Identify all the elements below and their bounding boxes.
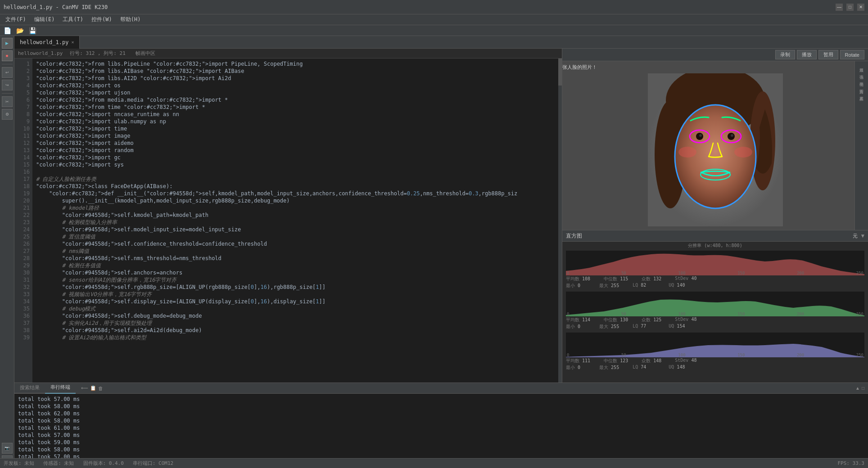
histogram-area: 直方图 元 ▼ 分辨率 (w:480, h:800) — [562, 230, 868, 382]
green-stats-row1: 平均数 114 中位数 130 众数 125 StDev 48 — [566, 317, 864, 323]
bottom-tool1[interactable]: 📷 — [2, 443, 13, 454]
main-wrapper: ▶ ■ ↩ ↪ ✂ ⚙ 📷 ✕ helloworld_1.py ✕ he — [0, 36, 868, 468]
histogram-header: 直方图 元 ▼ — [562, 230, 868, 242]
output-line: total took 59.00 ms — [18, 439, 864, 446]
row-col-info: 行号: 312 , 列号: 21 帧画中区 — [70, 50, 155, 57]
menu-edit[interactable]: 编辑(E) — [31, 15, 59, 24]
image-preview: 请将相机朝向一张人脸的照片！ — [562, 61, 868, 230]
bottom-panel: 搜索结果 串行终端 ⟵ 📋 🗑 ▲ □ total took 57.00 mst… — [14, 382, 868, 468]
editor-content[interactable]: 1234567891011121314151617181920212223242… — [14, 58, 562, 382]
svg-point-13 — [678, 147, 696, 158]
tool3[interactable]: ↩ — [2, 67, 13, 78]
pause-button[interactable]: 暂用 — [818, 50, 838, 59]
preview-label: 请将相机朝向一张人脸的照片！ — [562, 64, 715, 71]
tab-bar: helloworld_1.py ✕ — [14, 36, 868, 49]
line-numbers: 1234567891011121314151617181920212223242… — [14, 58, 32, 382]
bottom-toolbar-icons: ⟵ 📋 🗑 — [77, 385, 107, 391]
blue-chart: 0 50 100 150 200 250 — [566, 333, 864, 357]
histogram-dropdown-label: 元 — [853, 233, 858, 239]
tab-close-btn[interactable]: ✕ — [71, 40, 74, 45]
status-firmware: 固件版本: 0.4.0 — [83, 460, 124, 467]
separator — [2, 64, 13, 64]
editor-info-bar: helloworld_1.py 行号: 312 , 列号: 21 帧画中区 — [14, 49, 562, 58]
play-button[interactable]: 播放 — [797, 50, 817, 59]
bottom-float-btn[interactable]: □ — [862, 386, 864, 391]
output-line: total took 57.00 ms — [18, 432, 864, 439]
svg-point-14 — [734, 147, 752, 158]
secondary-toolbar: 📄 📂 💾 — [0, 25, 868, 36]
output-line: total took 57.00 ms — [18, 396, 864, 403]
bottom-collapse-btn[interactable]: ▲ — [855, 386, 860, 391]
green-chart: 0 50 100 150 200 250 — [566, 292, 864, 316]
svg-point-11 — [731, 134, 733, 137]
title-text: helloworld_1.py - CanMV IDE K230 — [4, 4, 108, 10]
tab-serial-terminal[interactable]: 串行终端 — [45, 382, 76, 394]
status-fps: FPS: 33.3 — [837, 460, 864, 466]
histogram-dropdown-arrow[interactable]: ▼ — [861, 233, 864, 239]
bottom-toolbar-btn3: 🗑 — [98, 386, 103, 391]
output-line: total took 61.00 ms — [18, 424, 864, 432]
filepath-label: helloworld_1.py — [18, 50, 63, 56]
close-button[interactable]: ✕ — [857, 4, 864, 11]
open-file-btn[interactable]: 📂 — [14, 25, 25, 36]
save-btn[interactable]: 💾 — [27, 25, 38, 36]
record-button[interactable]: 录制 — [775, 50, 795, 59]
histogram-title: 直方图 — [566, 232, 582, 240]
title-controls: — □ ✕ — [836, 4, 864, 11]
editor-right-split: helloworld_1.py 行号: 312 , 列号: 21 帧画中区 12… — [14, 49, 868, 382]
blue-stats-row1: 平均数 111 中位数 123 众数 148 StDev 48 — [566, 358, 864, 364]
mini-sidebar: 频道 选项 平均值 直方图 工具栏本 — [854, 61, 868, 230]
code-area[interactable]: "color:#cc7832;">from libs.PipeLine "col… — [32, 58, 558, 382]
face-image — [648, 73, 783, 226]
output-content[interactable]: total took 57.00 mstotal took 58.00 msto… — [14, 394, 868, 468]
status-sensor: 传感器: 未知 — [43, 460, 74, 467]
right-panel: 录制 播放 暂用 Rotate 请将相机朝向一张人脸的照片！ — [562, 49, 868, 382]
bottom-toolbar-btn1[interactable]: ⟵ — [81, 385, 88, 391]
scroll-thumb[interactable] — [558, 58, 562, 86]
histogram-red: 0 50 100 150 200 250 平均数 108 中位数 115 — [562, 250, 868, 289]
title-bar: helloworld_1.py - CanMV IDE K230 — □ ✕ — [0, 0, 868, 14]
action-bar: 录制 播放 暂用 Rotate — [562, 49, 868, 61]
histogram-green: 0 50 100 150 200 250 平均数 114 中位数 130 — [562, 289, 868, 330]
rotate-button[interactable]: Rotate — [840, 50, 864, 59]
tab-filename: helloworld_1.py — [20, 39, 68, 45]
editor-area: helloworld_1.py 行号: 312 , 列号: 21 帧画中区 12… — [14, 49, 562, 382]
output-line: total took 58.00 ms — [18, 403, 864, 410]
output-line: total took 58.00 ms — [18, 417, 864, 424]
red-stats-row1: 平均数 108 中位数 115 众数 132 StDev 40 — [566, 276, 864, 282]
histogram-resolution: 分辨率 (w:480, h:800) — [562, 242, 868, 250]
left-toolbar: ▶ ■ ↩ ↪ ✂ ⚙ 📷 ✕ — [0, 36, 14, 468]
minimize-button[interactable]: — — [836, 4, 843, 11]
menu-file[interactable]: 文件(F) — [2, 15, 30, 24]
new-file-btn[interactable]: 📄 — [2, 25, 13, 36]
tab-search-results[interactable]: 搜索结果 — [14, 382, 45, 393]
bottom-tabs: 搜索结果 串行终端 — [14, 383, 76, 393]
tool6[interactable]: ⚙ — [2, 109, 13, 120]
status-board: 开发板: 未知 — [4, 460, 34, 467]
bottom-toolbar-btn2[interactable]: 📋 — [90, 385, 96, 391]
green-stats-row2: 最小 0 最大 255 LQ 77 UQ 154 — [566, 324, 864, 330]
blue-stats-row2: 最小 0 最大 255 LQ 74 UQ 148 — [566, 364, 864, 371]
output-line: total took 62.00 ms — [18, 410, 864, 417]
run-button[interactable]: ▶ — [2, 38, 13, 49]
tool5[interactable]: ✂ — [2, 96, 13, 107]
status-serial: 串行端口: COM12 — [133, 460, 173, 467]
output-line: total took 58.00 ms — [18, 446, 864, 453]
menu-controls[interactable]: 控件(W) — [88, 15, 116, 24]
status-bar: 开发板: 未知 传感器: 未知 固件版本: 0.4.0 串行端口: COM12 … — [0, 458, 868, 468]
bottom-header: 搜索结果 串行终端 ⟵ 📋 🗑 ▲ □ — [14, 383, 868, 394]
scroll-indicator[interactable] — [558, 58, 562, 382]
separator2 — [2, 93, 13, 94]
action-buttons: 录制 播放 暂用 Rotate — [775, 50, 864, 59]
svg-point-10 — [699, 134, 702, 137]
red-chart: 0 50 100 150 200 250 — [566, 251, 864, 275]
red-stats-row2: 最小 0 最大 255 LQ 82 UQ 140 — [566, 283, 864, 289]
editor-column: helloworld_1.py ✕ helloworld_1.py 行号: 31… — [14, 36, 868, 468]
stop-button[interactable]: ■ — [2, 50, 13, 61]
menu-bar: 文件(F) 编辑(E) 工具(T) 控件(W) 帮助(H) — [0, 14, 868, 25]
file-tab[interactable]: helloworld_1.py ✕ — [14, 36, 80, 49]
menu-help[interactable]: 帮助(H) — [117, 15, 145, 24]
maximize-button[interactable]: □ — [846, 4, 854, 11]
menu-tools[interactable]: 工具(T) — [59, 15, 87, 24]
tool4[interactable]: ↪ — [2, 80, 13, 90]
